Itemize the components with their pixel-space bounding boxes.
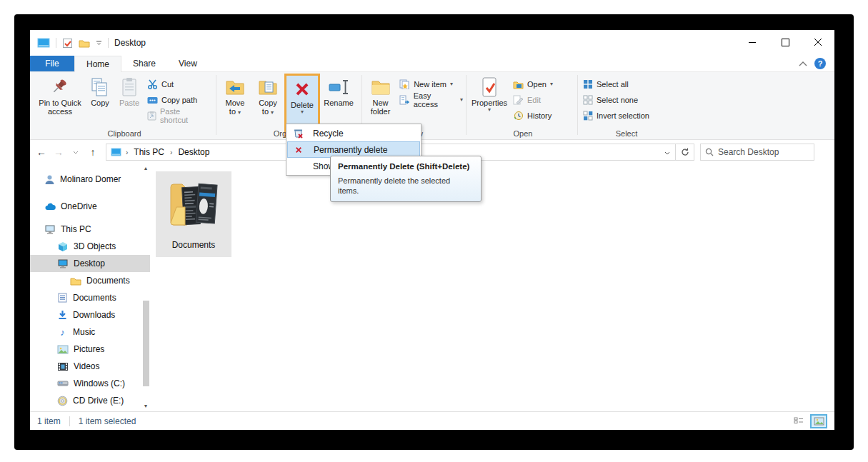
search-icon	[705, 148, 714, 156]
menu-item-recycle[interactable]: Recycle	[287, 125, 420, 141]
paste-shortcut-icon	[147, 111, 156, 121]
divider	[69, 416, 70, 426]
tab-home[interactable]: Home	[74, 56, 121, 72]
status-bar: 1 item 1 item selected	[30, 411, 834, 430]
search-box[interactable]	[700, 144, 814, 161]
open-button[interactable]: Open ▾	[510, 77, 556, 91]
dropdown-arrow-icon: ▾	[488, 107, 491, 113]
properties-icon	[478, 76, 501, 99]
maximize-button[interactable]	[769, 30, 802, 54]
paste-button[interactable]: Paste	[114, 74, 144, 125]
back-button[interactable]: ←	[33, 144, 50, 161]
sidebar-item-desktop[interactable]: Desktop	[30, 255, 150, 272]
close-button[interactable]	[802, 30, 834, 54]
sidebar-item-documents[interactable]: Documents	[30, 289, 150, 306]
sidebar-item-pictures[interactable]: Pictures	[30, 341, 150, 358]
group-label-clipboard: Clipboard	[34, 129, 214, 138]
pin-icon	[49, 76, 71, 99]
address-dropdown-chevron-icon[interactable]	[659, 149, 675, 156]
new-small-buttons: New item ▾ Easy access ▾	[396, 74, 466, 107]
qat-customize-chevron-icon[interactable]	[96, 41, 102, 45]
thumbnail-view-button[interactable]	[810, 414, 827, 428]
sidebar-item-downloads[interactable]: Downloads	[30, 306, 150, 323]
permanently-delete-tooltip: Permanently Delete (Shift+Delete) Perman…	[330, 156, 482, 202]
cut-button[interactable]: Cut	[144, 77, 213, 91]
qat-new-folder-icon[interactable]	[79, 39, 90, 48]
downloads-icon	[57, 310, 68, 320]
invert-selection-icon	[583, 111, 593, 121]
drive-icon	[57, 379, 69, 388]
ribbon-group-open: Properties ▾ Open ▾ Edit Histo	[469, 72, 577, 139]
select-none-button[interactable]: Select none	[580, 93, 652, 107]
documents-folder-label: Documents	[172, 240, 216, 250]
breadcrumb-separator: ›	[121, 149, 132, 156]
group-separator	[466, 75, 467, 135]
scroll-up-icon[interactable]: ▲	[142, 165, 149, 172]
forward-button[interactable]: →	[50, 144, 67, 161]
new-folder-button[interactable]: New folder	[364, 74, 396, 125]
navigation-pane: Molinaro Domer OneDrive This PC 3D Objec…	[30, 164, 150, 411]
breadcrumb-desktop[interactable]: Desktop	[176, 147, 211, 157]
tooltip-body: Permanently delete the selected items.	[338, 176, 459, 196]
invert-selection-button[interactable]: Invert selection	[580, 109, 652, 123]
sidebar-item-this-pc[interactable]: This PC	[30, 221, 150, 238]
tab-view[interactable]: View	[167, 56, 209, 71]
edit-icon	[513, 95, 524, 105]
permanently-delete-icon	[291, 145, 306, 155]
breadcrumb-this-pc[interactable]: This PC	[132, 147, 166, 157]
copy-button[interactable]: Copy	[86, 74, 114, 125]
easy-access-icon	[399, 95, 410, 105]
help-icon[interactable]: ?	[814, 58, 826, 69]
cut-icon	[147, 79, 158, 89]
edit-button[interactable]: Edit	[510, 93, 556, 107]
properties-button[interactable]: Properties ▾	[469, 74, 510, 125]
up-button[interactable]: ↑	[84, 144, 101, 161]
recent-locations-chevron-icon[interactable]	[67, 144, 84, 161]
tab-file[interactable]: File	[30, 56, 74, 71]
move-to-icon	[224, 76, 246, 99]
minimize-button[interactable]	[736, 30, 769, 54]
thumbnail-view-icon	[814, 417, 824, 426]
copy-path-button[interactable]: Copy path	[144, 93, 213, 107]
collapse-ribbon-icon[interactable]	[799, 61, 807, 66]
details-view-button[interactable]	[790, 414, 807, 428]
qat-properties-icon[interactable]	[62, 38, 73, 49]
search-input[interactable]	[718, 147, 797, 157]
history-icon	[513, 111, 524, 121]
sidebar-item-onedrive[interactable]: OneDrive	[30, 198, 150, 215]
select-all-button[interactable]: Select all	[580, 77, 652, 91]
3d-objects-cube-icon	[57, 241, 69, 252]
refresh-button[interactable]	[676, 144, 694, 161]
ribbon-tab-row: File Home Share View ?	[30, 56, 834, 72]
move-to-button[interactable]: Move to ▾	[219, 74, 251, 125]
sidebar-scrollbar[interactable]: ▲ ▼	[141, 164, 150, 411]
sidebar-item-3d-objects[interactable]: 3D Objects	[30, 238, 150, 255]
breadcrumb-separator: ›	[166, 149, 176, 156]
tab-share[interactable]: Share	[121, 56, 167, 71]
select-none-icon	[583, 95, 593, 105]
sidebar-item-cd-drive[interactable]: CD Drive (E:)	[30, 392, 150, 409]
easy-access-button[interactable]: Easy access ▾	[396, 93, 466, 107]
paste-shortcut-button[interactable]: Paste shortcut	[144, 109, 213, 123]
explorer-window: Desktop File Home Share View ? Pin to Qu…	[30, 30, 834, 430]
desktop-icon	[57, 258, 69, 268]
select-all-icon	[583, 79, 593, 89]
copy-to-button[interactable]: Copy to ▾	[251, 74, 284, 125]
onedrive-cloud-icon	[44, 203, 56, 211]
file-list-area[interactable]: Documents	[150, 164, 834, 411]
pin-to-quick-access-button[interactable]: Pin to Quick access	[34, 74, 86, 125]
sidebar-item-user[interactable]: Molinaro Domer	[30, 171, 150, 188]
videos-icon	[57, 362, 69, 371]
documents-folder-tile[interactable]: Documents	[156, 171, 231, 257]
sidebar-item-videos[interactable]: Videos	[30, 358, 150, 375]
new-item-button[interactable]: New item ▾	[396, 77, 466, 91]
history-button[interactable]: History	[510, 109, 556, 123]
copy-icon	[89, 76, 111, 99]
delete-button[interactable]: Delete ▾	[291, 76, 314, 115]
sidebar-item-music[interactable]: ♪ Music	[30, 323, 150, 341]
rename-button[interactable]: Rename	[320, 74, 357, 125]
scroll-down-icon[interactable]: ▼	[142, 403, 149, 410]
sidebar-item-desktop-documents[interactable]: Documents	[30, 272, 150, 289]
sidebar-item-windows-c[interactable]: Windows (C:)	[30, 375, 150, 392]
scrollbar-thumb[interactable]	[143, 301, 149, 386]
